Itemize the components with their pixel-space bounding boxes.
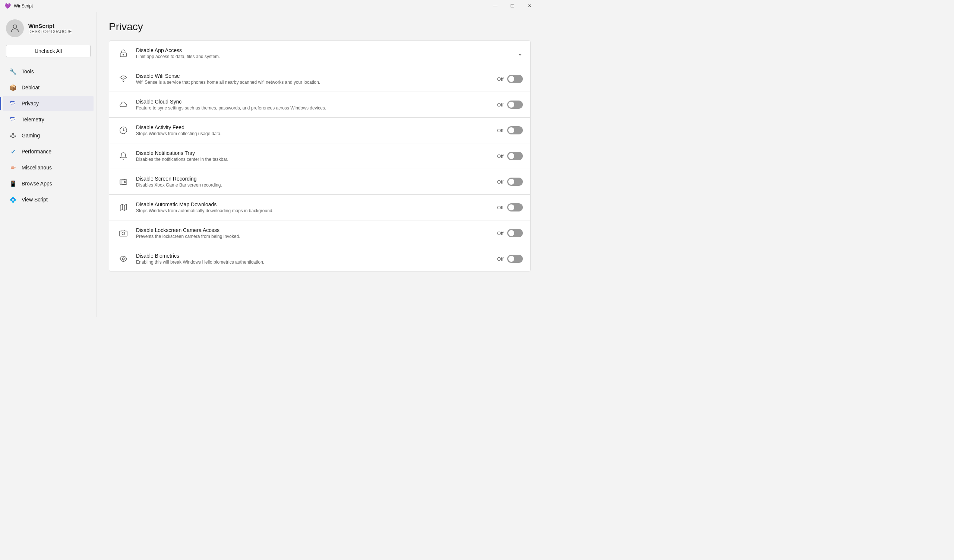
svg-point-3 [123, 81, 124, 82]
settings-list: Disable App AccessLimit app access to da… [109, 40, 531, 272]
page-title: Privacy [109, 21, 531, 33]
setting-text-disable-map-downloads: Disable Automatic Map DownloadsStops Win… [136, 201, 491, 213]
svg-point-11 [122, 232, 125, 235]
toggle-disable-lockscreen-camera[interactable] [507, 229, 523, 237]
window-controls: — ❐ ✕ [487, 0, 538, 12]
debloat-icon: 📦 [9, 83, 17, 92]
setting-title-disable-app-access: Disable App Access [136, 47, 511, 53]
setting-item-disable-app-access: Disable App AccessLimit app access to da… [109, 40, 531, 66]
sidebar-item-label-miscellaneous: Miscellanous [22, 165, 52, 171]
sidebar-item-label-telemetry: Telemetry [22, 117, 44, 123]
svg-rect-7 [120, 180, 122, 185]
sidebar-item-label-view-script: View Script [22, 197, 48, 202]
setting-right-disable-lockscreen-camera: Off [497, 229, 523, 237]
setting-title-disable-lockscreen-camera: Disable Lockscreen Camera Access [136, 227, 491, 233]
sidebar-item-view-script[interactable]: 💠View Script [3, 192, 94, 207]
setting-title-disable-wifi-sense: Disable Wifi Sense [136, 73, 491, 79]
svg-marker-8 [120, 204, 127, 211]
setting-right-disable-wifi-sense: Off [497, 75, 523, 83]
setting-right-disable-app-access: ⌄ [517, 49, 523, 58]
setting-item-disable-notifications-tray: Disable Notifications TrayDisables the n… [109, 143, 531, 169]
setting-right-disable-map-downloads: Off [497, 203, 523, 212]
setting-item-disable-map-downloads: Disable Automatic Map DownloadsStops Win… [109, 194, 531, 221]
setting-right-disable-biometrics: Off [497, 255, 523, 263]
avatar [6, 19, 24, 37]
setting-right-disable-cloud-sync: Off [497, 101, 523, 109]
setting-title-disable-notifications-tray: Disable Notifications Tray [136, 150, 491, 156]
sidebar: WinScript DESKTOP-D0AUQJE Uncheck All 🔧T… [0, 12, 97, 317]
setting-status-disable-wifi-sense: Off [497, 76, 504, 82]
close-button[interactable]: ✕ [521, 0, 538, 12]
toggle-disable-map-downloads[interactable] [507, 203, 523, 212]
toggle-disable-wifi-sense[interactable] [507, 75, 523, 83]
performance-icon: ✔ [9, 148, 17, 156]
tools-icon: 🔧 [9, 67, 17, 76]
setting-status-disable-notifications-tray: Off [497, 153, 504, 159]
title-bar: 💜 WinScript — ❐ ✕ [0, 0, 542, 12]
setting-text-disable-cloud-sync: Disable Cloud SyncFeature to sync settin… [136, 99, 491, 110]
sidebar-item-privacy[interactable]: 🛡Privacy [3, 96, 94, 111]
sidebar-item-label-tools: Tools [22, 68, 34, 75]
app-title: WinScript [14, 3, 33, 9]
setting-text-disable-biometrics: Disable BiometricsEnabling this will bre… [136, 253, 491, 265]
setting-icon-disable-cloud-sync [117, 98, 130, 111]
setting-right-disable-activity-feed: Off [497, 126, 523, 134]
user-machine: DESKTOP-D0AUQJE [28, 29, 72, 34]
setting-desc-disable-wifi-sense: Wifi Sense is a service that phones home… [136, 80, 491, 85]
svg-point-0 [13, 25, 16, 28]
uncheck-all-button[interactable]: Uncheck All [6, 45, 90, 58]
setting-title-disable-biometrics: Disable Biometrics [136, 253, 491, 259]
sidebar-item-label-privacy: Privacy [22, 101, 39, 106]
sidebar-item-gaming[interactable]: 🕹Gaming [3, 128, 94, 143]
setting-icon-disable-map-downloads [117, 201, 130, 214]
svg-point-2 [123, 54, 124, 55]
telemetry-icon: 🛡 [9, 115, 17, 124]
setting-item-disable-biometrics: Disable BiometricsEnabling this will bre… [109, 246, 531, 272]
gaming-icon: 🕹 [9, 131, 17, 140]
setting-status-disable-lockscreen-camera: Off [497, 230, 504, 236]
setting-item-disable-screen-recording: Disable Screen RecordingDisables Xbox Ga… [109, 169, 531, 195]
sidebar-item-label-gaming: Gaming [22, 132, 40, 138]
setting-desc-disable-lockscreen-camera: Prevents the lockscreen camera from bein… [136, 234, 491, 239]
privacy-icon: 🛡 [9, 100, 17, 107]
app-body: WinScript DESKTOP-D0AUQJE Uncheck All 🔧T… [0, 12, 542, 317]
setting-item-disable-activity-feed: Disable Activity FeedStops Windows from … [109, 117, 531, 143]
sidebar-item-performance[interactable]: ✔Performance [3, 144, 94, 159]
setting-text-disable-screen-recording: Disable Screen RecordingDisables Xbox Ga… [136, 176, 491, 188]
view-script-icon: 💠 [9, 196, 17, 204]
toggle-disable-cloud-sync[interactable] [507, 101, 523, 109]
svg-point-12 [122, 258, 125, 260]
setting-icon-disable-screen-recording [117, 175, 130, 188]
setting-desc-disable-cloud-sync: Feature to sync settings such as themes,… [136, 105, 491, 110]
setting-status-disable-biometrics: Off [497, 256, 504, 262]
setting-text-disable-wifi-sense: Disable Wifi SenseWifi Sense is a servic… [136, 73, 491, 85]
setting-icon-disable-wifi-sense [117, 72, 130, 86]
setting-status-disable-screen-recording: Off [497, 179, 504, 185]
sidebar-item-browse-apps[interactable]: 📱Browse Apps [3, 176, 94, 191]
sidebar-item-miscellaneous[interactable]: ✏Miscellanous [3, 160, 94, 175]
sidebar-item-debloat[interactable]: 📦Debloat [3, 80, 94, 95]
setting-text-disable-lockscreen-camera: Disable Lockscreen Camera AccessPrevents… [136, 227, 491, 239]
setting-title-disable-activity-feed: Disable Activity Feed [136, 124, 491, 130]
setting-icon-disable-biometrics [117, 252, 130, 266]
toggle-disable-notifications-tray[interactable] [507, 152, 523, 160]
svg-point-6 [124, 181, 126, 183]
setting-right-disable-notifications-tray: Off [497, 152, 523, 160]
sidebar-item-tools[interactable]: 🔧Tools [3, 64, 94, 79]
setting-status-disable-map-downloads: Off [497, 205, 504, 210]
setting-title-disable-screen-recording: Disable Screen Recording [136, 176, 491, 182]
browse-apps-icon: 📱 [9, 179, 17, 188]
expand-icon-disable-app-access[interactable]: ⌄ [517, 49, 523, 58]
minimize-button[interactable]: — [487, 0, 504, 12]
sidebar-item-telemetry[interactable]: 🛡Telemetry [3, 112, 94, 128]
toggle-disable-biometrics[interactable] [507, 255, 523, 263]
setting-desc-disable-biometrics: Enabling this will break Windows Hello b… [136, 260, 491, 265]
sidebar-item-label-performance: Performance [22, 149, 51, 154]
setting-text-disable-activity-feed: Disable Activity FeedStops Windows from … [136, 124, 491, 136]
sidebar-item-label-debloat: Debloat [22, 84, 39, 90]
toggle-disable-screen-recording[interactable] [507, 177, 523, 186]
setting-desc-disable-map-downloads: Stops Windows from automatically downloa… [136, 208, 491, 213]
toggle-disable-activity-feed[interactable] [507, 126, 523, 134]
setting-item-disable-lockscreen-camera: Disable Lockscreen Camera AccessPrevents… [109, 220, 531, 246]
maximize-button[interactable]: ❐ [504, 0, 521, 12]
